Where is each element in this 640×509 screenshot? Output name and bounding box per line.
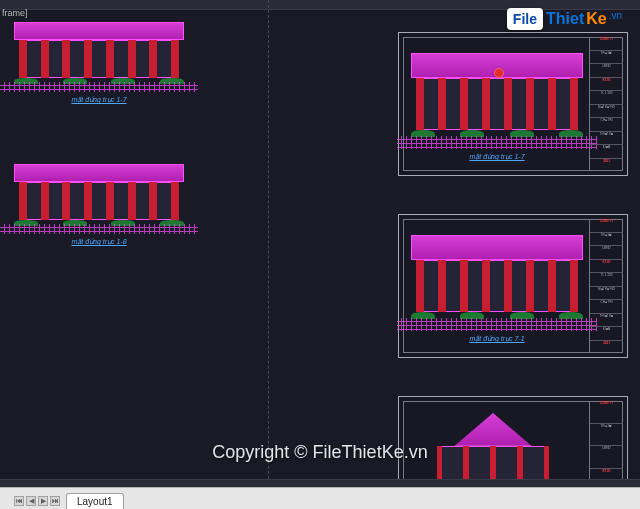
layout-tabstrip: ⏮ ◀ ▶ ⏭ Layout1 [0, 487, 640, 509]
tb-row: MẶT ĐỨNG [590, 287, 623, 301]
tb-row: THIẾT KẾ [590, 132, 623, 146]
tb-row: CHỦ TRÌ [590, 118, 623, 132]
sheet2-elevation: mặt đứng trục 7-1 [411, 235, 583, 331]
tb-row: MẶT ĐỨNG [590, 105, 623, 119]
tb-row: KIỂM [590, 145, 623, 159]
sheet-drawing-area: mặt đứng trục 7-1 [403, 219, 585, 353]
tb-row: CHỦ TRÌ [590, 300, 623, 314]
logo-tld: .vn [609, 10, 622, 21]
emblem-icon [494, 68, 504, 78]
drawing-caption: mặt đứng trục 1-7 [14, 96, 184, 104]
ground-grid [397, 318, 597, 331]
ground-grid [0, 224, 197, 234]
watermark-logo: File Thiet Ke .vn [507, 8, 622, 30]
columns [416, 260, 578, 312]
tb-row: CÔNG TY [590, 37, 623, 51]
frame-label: frame] [2, 8, 28, 18]
ground-grid [0, 82, 197, 92]
logo-badge: File [507, 8, 543, 30]
ground-grid [397, 136, 597, 149]
tab-nav-buttons: ⏮ ◀ ▶ ⏭ [14, 496, 60, 506]
tab-nav-last-icon[interactable]: ⏭ [50, 496, 60, 506]
columns [19, 40, 179, 78]
logo-word1: Thiet [546, 10, 584, 28]
drawing-caption: mặt đứng trục 1-8 [14, 238, 184, 246]
tb-row: TL 1:100 [590, 91, 623, 105]
roof-shape [14, 164, 184, 182]
viewport-divider [268, 0, 269, 509]
tb-row: TRỤ SỞ [590, 233, 623, 247]
drawing-elevation-2[interactable]: mặt đứng trục 1-8 [14, 164, 184, 234]
tb-row: KIỂM [590, 327, 623, 341]
tb-row: TL 1:100 [590, 273, 623, 287]
tab-layout1[interactable]: Layout1 [66, 493, 124, 509]
tb-row: CÔNG TY [590, 219, 623, 233]
layout-sheet-2[interactable]: mặt đứng trục 7-1 CÔNG TY TRỤ SỞ UBND KT… [398, 214, 628, 358]
tb-row: UBND [590, 446, 623, 469]
tb-row: 2021 [590, 159, 623, 172]
tb-row: 2021 [590, 341, 623, 354]
tb-row: CÔNG TY [590, 401, 623, 424]
title-block: CÔNG TY TRỤ SỞ UBND KT-01 TL 1:100 MẶT Đ… [589, 219, 623, 353]
columns [19, 182, 179, 220]
title-block: CÔNG TY TRỤ SỞ UBND KT-01 TL 1:100 MẶT Đ… [589, 37, 623, 171]
sheet-drawing-area: mặt đứng trục 1-7 [403, 37, 585, 171]
canvas-bottom-edge [0, 479, 640, 487]
tb-row: TRỤ SỞ [590, 424, 623, 447]
cad-canvas[interactable]: frame] mặt đứng trục 1-7 mặt đứng trục 1… [0, 0, 640, 509]
tab-nav-first-icon[interactable]: ⏮ [14, 496, 24, 506]
drawing-caption: mặt đứng trục 7-1 [411, 335, 583, 343]
tb-row: KT-01 [590, 260, 623, 274]
layout-sheet-1[interactable]: mặt đứng trục 1-7 CÔNG TY TRỤ SỞ UBND KT… [398, 32, 628, 176]
tb-row: THIẾT KẾ [590, 314, 623, 328]
roof-shape [411, 235, 583, 260]
tab-nav-prev-icon[interactable]: ◀ [26, 496, 36, 506]
columns [416, 78, 578, 130]
tb-row: UBND [590, 246, 623, 260]
tb-row: UBND [590, 64, 623, 78]
tb-row: KT-01 [590, 78, 623, 92]
drawing-caption: mặt đứng trục 1-7 [411, 153, 583, 161]
roof-shape [14, 22, 184, 40]
sheet1-elevation: mặt đứng trục 1-7 [411, 53, 583, 149]
tb-row: TRỤ SỞ [590, 51, 623, 65]
drawing-elevation-1[interactable]: mặt đứng trục 1-7 [14, 22, 184, 92]
logo-word2: Ke [586, 10, 606, 28]
tab-nav-next-icon[interactable]: ▶ [38, 496, 48, 506]
roof-shape-hip [443, 413, 544, 446]
